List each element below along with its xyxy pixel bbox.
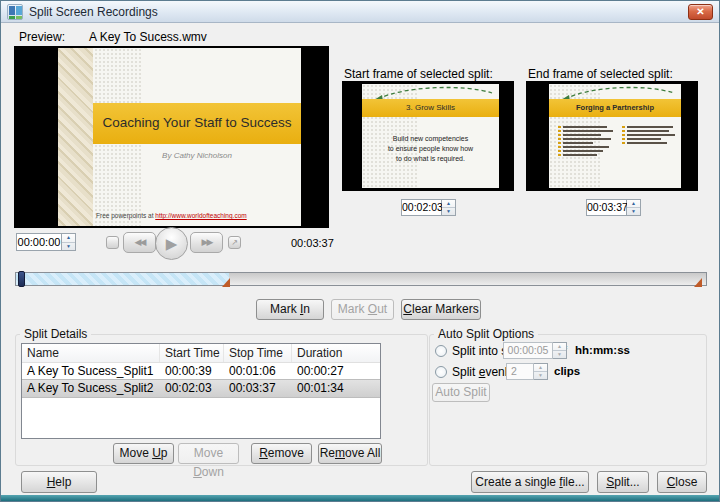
- play-button[interactable]: ▶: [155, 227, 188, 260]
- mark-out-button[interactable]: Mark Out: [331, 299, 394, 320]
- spin-up-icon[interactable]: ▲: [442, 200, 455, 208]
- split-details-label: Split Details: [20, 327, 91, 341]
- slide-decor-strip: [58, 48, 93, 226]
- cell-start: 00:02:03: [160, 380, 224, 397]
- table-row-selected[interactable]: A Key To Sucess_Split2 00:02:03 00:03:37…: [22, 380, 380, 397]
- end-slide: Forging a Partnership: [549, 84, 681, 188]
- auto-split-options-label: Auto Split Options: [434, 327, 538, 341]
- split-marker[interactable]: [222, 278, 230, 287]
- split-list-header: Name Start Time Stop Time Duration: [22, 344, 380, 363]
- fast-forward-button[interactable]: ▶▶: [190, 232, 223, 253]
- clips-unit-label: clips: [554, 365, 580, 377]
- slide-footer-text: Free powerpoints at: [96, 212, 153, 219]
- preview-slide: Coaching Your Staff to Success By Cathy …: [58, 48, 301, 226]
- cell-start: 00:00:39: [160, 363, 224, 380]
- close-button[interactable]: Close: [657, 471, 707, 493]
- spin-down-icon[interactable]: ▼: [627, 208, 640, 215]
- split-evenly-radio[interactable]: [435, 366, 447, 378]
- detach-icon: ↗: [231, 238, 238, 247]
- cell-duration: 00:01:34: [292, 380, 380, 397]
- spin-down-icon[interactable]: ▼: [442, 208, 455, 215]
- end-frame-label: End frame of selected split:: [528, 67, 673, 81]
- start-slide-title: 3. Grow Skills: [362, 103, 499, 112]
- spin-up-icon[interactable]: ▲: [553, 343, 566, 351]
- start-frame-label: Start frame of selected split:: [344, 67, 493, 81]
- move-down-button[interactable]: Move Down: [178, 443, 239, 464]
- preview-label: Preview:: [19, 30, 65, 44]
- segment-length-spinner[interactable]: ▲ ▼: [553, 342, 567, 359]
- play-icon: ▶: [166, 235, 178, 253]
- small-toggle-button[interactable]: [106, 236, 119, 249]
- create-single-file-button[interactable]: Create a single file...: [471, 471, 589, 493]
- start-frame-thumbnail: 3. Grow Skills Build new competencies to…: [342, 81, 514, 191]
- cell-stop: 00:01:06: [224, 363, 292, 380]
- split-segments-radio[interactable]: [435, 345, 447, 357]
- end-frame-thumbnail: Forging a Partnership: [526, 81, 698, 191]
- spin-down-icon[interactable]: ▼: [534, 372, 547, 379]
- playhead-handle[interactable]: [18, 271, 25, 287]
- segments-unit-label: hh:mm:ss: [575, 344, 630, 356]
- video-preview: Coaching Your Staff to Success By Cathy …: [14, 46, 329, 228]
- remove-all-button[interactable]: Remove All: [318, 443, 382, 464]
- spin-down-icon[interactable]: ▼: [553, 351, 566, 358]
- cell-name: A Key To Sucess_Split1: [22, 363, 160, 380]
- move-up-button[interactable]: Move Up: [113, 443, 174, 464]
- help-button[interactable]: Help: [21, 471, 97, 493]
- current-time-input[interactable]: 00:00:00: [16, 233, 62, 251]
- column-header-stop[interactable]: Stop Time: [224, 344, 292, 362]
- cell-stop: 00:03:37: [224, 380, 292, 397]
- title-bar[interactable]: Split Screen Recordings ✕: [1, 1, 719, 23]
- end-time-input[interactable]: 00:03:37: [586, 199, 627, 216]
- split-marker[interactable]: [694, 278, 702, 287]
- slide-banner: Coaching Your Staff to Success: [93, 103, 301, 144]
- fast-forward-icon: ▶▶: [202, 237, 212, 247]
- app-icon: [7, 4, 23, 20]
- slide-footer-link: http://www.worldofteaching.com: [155, 212, 246, 219]
- split-screen-recordings-dialog: Split Screen Recordings ✕ Preview: A Key…: [0, 0, 720, 502]
- column-header-start[interactable]: Start Time: [160, 344, 224, 362]
- start-slide-line: to ensure people know how: [370, 144, 491, 154]
- spin-up-icon[interactable]: ▲: [627, 200, 640, 208]
- detach-button[interactable]: ↗: [228, 236, 241, 249]
- start-slide-line: Build new competencies: [370, 134, 491, 144]
- split-button[interactable]: Split...: [597, 471, 649, 493]
- column-header-name[interactable]: Name: [22, 344, 160, 362]
- start-slide-line: to do what is required.: [370, 154, 491, 164]
- mark-in-button[interactable]: Mark In: [256, 299, 324, 320]
- total-duration: 00:03:37: [291, 237, 334, 249]
- rewind-button[interactable]: ◀◀: [123, 232, 156, 253]
- window-title: Split Screen Recordings: [29, 5, 158, 19]
- column-header-duration[interactable]: Duration: [292, 344, 380, 362]
- auto-split-button[interactable]: Auto Split: [432, 383, 490, 402]
- spin-down-icon[interactable]: ▼: [62, 243, 75, 251]
- rewind-icon: ◀◀: [135, 237, 145, 247]
- slide-text-lines: [621, 124, 673, 146]
- clips-count-spinner[interactable]: ▲ ▼: [534, 363, 548, 380]
- cell-duration: 00:00:27: [292, 363, 380, 380]
- slide-banner: Forging a Partnership: [549, 99, 681, 117]
- timeline-played-region: [16, 273, 229, 285]
- start-time-input[interactable]: 00:02:03: [401, 199, 442, 216]
- split-list: Name Start Time Stop Time Duration A Key…: [21, 343, 381, 439]
- table-row[interactable]: A Key To Sucess_Split1 00:00:39 00:01:06…: [22, 363, 380, 380]
- spin-up-icon[interactable]: ▲: [534, 364, 547, 372]
- start-slide: 3. Grow Skills Build new competencies to…: [362, 84, 499, 188]
- spin-up-icon[interactable]: ▲: [62, 234, 75, 243]
- preview-filename: A Key To Sucess.wmv: [89, 30, 207, 44]
- cell-name: A Key To Sucess_Split2: [22, 380, 160, 397]
- clips-count-input[interactable]: 2: [506, 363, 534, 380]
- end-time-spinner[interactable]: ▲ ▼: [627, 199, 641, 216]
- slide-banner: 3. Grow Skills: [362, 99, 499, 117]
- clear-markers-button[interactable]: Clear Markers: [401, 299, 481, 320]
- end-slide-title: Forging a Partnership: [549, 103, 681, 112]
- timeline-scrubber[interactable]: [15, 272, 707, 286]
- slide-text-lines: [557, 124, 612, 158]
- segment-length-input[interactable]: 00:00:05: [503, 342, 553, 359]
- slide-title: Coaching Your Staff to Success: [93, 115, 301, 130]
- remove-button[interactable]: Remove: [251, 443, 312, 464]
- window-bottom-edge: [1, 495, 719, 501]
- current-time-spinner[interactable]: ▲ ▼: [62, 233, 76, 251]
- start-time-spinner[interactable]: ▲ ▼: [442, 199, 456, 216]
- slide-byline: By Cathy Nicholson: [93, 151, 301, 160]
- close-icon[interactable]: ✕: [688, 4, 713, 20]
